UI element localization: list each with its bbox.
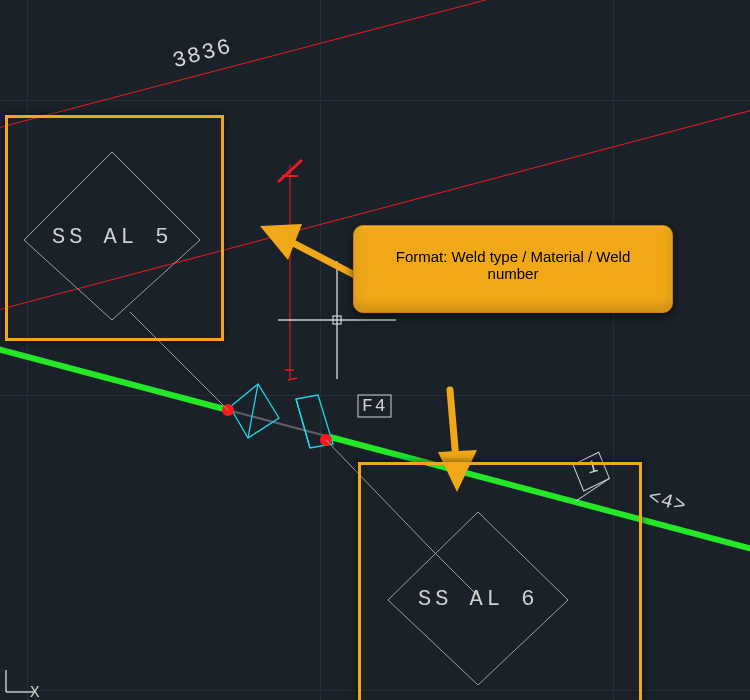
green-pipe-left: [0, 347, 228, 410]
angle-4-label: <4>: [646, 485, 690, 517]
drawing-canvas[interactable]: 3836 SS AL 5 SS AL 6 F4 1 <4> Format: We…: [0, 0, 750, 700]
callout-box: Format: Weld type / Material / Weld numb…: [353, 225, 673, 313]
svg-marker-8: [260, 224, 302, 260]
callout-line1: Format: Weld type / Material / Weld: [382, 248, 644, 265]
svg-line-0: [248, 384, 258, 438]
highlight-box-top: [5, 115, 224, 341]
dimension-value: 3836: [170, 34, 235, 74]
callout-line2: number: [382, 265, 644, 282]
weld-dot-left: [222, 404, 234, 416]
cyan-fitting-left: [230, 384, 279, 438]
f4-label: F4: [362, 396, 388, 416]
red-line-upper: [0, 0, 750, 130]
svg-line-1: [296, 399, 310, 448]
red-tick-small2: [288, 378, 297, 380]
grid-v: [27, 0, 28, 700]
grid-h: [0, 100, 750, 101]
grid-v: [320, 0, 321, 700]
svg-line-9: [450, 390, 457, 472]
svg-rect-4: [333, 316, 341, 324]
weld-dot-right: [320, 434, 332, 446]
highlight-box-bottom: [358, 462, 642, 700]
red-tick-top: [278, 160, 302, 182]
cyan-fitting-right: [296, 395, 333, 448]
hidden-segment: [228, 410, 330, 437]
ucs-x-label: X: [30, 684, 40, 700]
